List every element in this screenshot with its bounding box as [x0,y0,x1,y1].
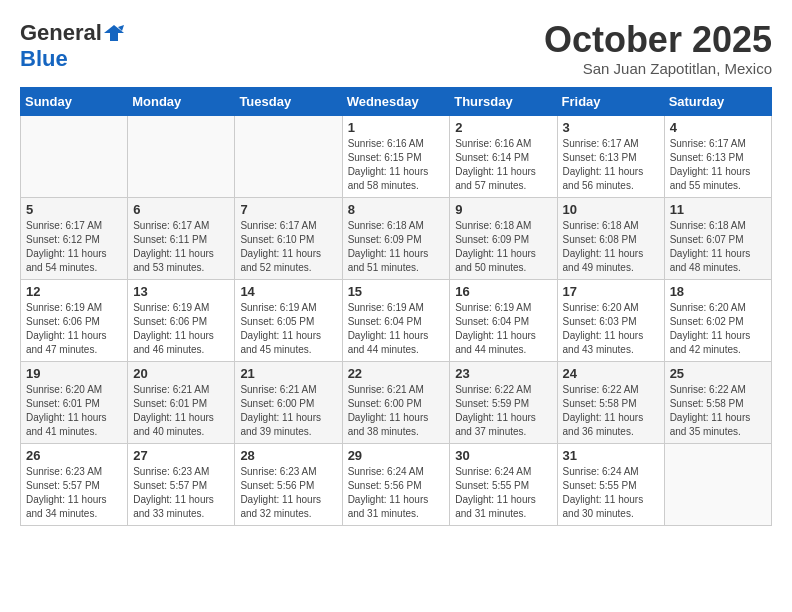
logo-bird-icon [104,23,124,43]
day-info: Sunrise: 6:20 AM Sunset: 6:03 PM Dayligh… [563,301,659,357]
day-number: 7 [240,202,336,217]
day-cell [664,443,771,525]
day-cell: 12Sunrise: 6:19 AM Sunset: 6:06 PM Dayli… [21,279,128,361]
day-info: Sunrise: 6:21 AM Sunset: 6:00 PM Dayligh… [240,383,336,439]
page-header: General Blue October 2025 San Juan Zapot… [20,20,772,77]
weekday-header-saturday: Saturday [664,87,771,115]
day-number: 6 [133,202,229,217]
day-info: Sunrise: 6:16 AM Sunset: 6:15 PM Dayligh… [348,137,445,193]
day-number: 23 [455,366,551,381]
day-number: 26 [26,448,122,463]
week-row-4: 19Sunrise: 6:20 AM Sunset: 6:01 PM Dayli… [21,361,772,443]
day-info: Sunrise: 6:19 AM Sunset: 6:06 PM Dayligh… [133,301,229,357]
day-number: 21 [240,366,336,381]
day-info: Sunrise: 6:24 AM Sunset: 5:56 PM Dayligh… [348,465,445,521]
day-info: Sunrise: 6:18 AM Sunset: 6:09 PM Dayligh… [348,219,445,275]
day-cell: 17Sunrise: 6:20 AM Sunset: 6:03 PM Dayli… [557,279,664,361]
day-cell: 10Sunrise: 6:18 AM Sunset: 6:08 PM Dayli… [557,197,664,279]
day-number: 10 [563,202,659,217]
day-cell: 24Sunrise: 6:22 AM Sunset: 5:58 PM Dayli… [557,361,664,443]
day-info: Sunrise: 6:19 AM Sunset: 6:04 PM Dayligh… [348,301,445,357]
day-cell: 3Sunrise: 6:17 AM Sunset: 6:13 PM Daylig… [557,115,664,197]
day-number: 25 [670,366,766,381]
day-cell: 18Sunrise: 6:20 AM Sunset: 6:02 PM Dayli… [664,279,771,361]
day-cell: 20Sunrise: 6:21 AM Sunset: 6:01 PM Dayli… [128,361,235,443]
day-number: 31 [563,448,659,463]
logo-blue-text: Blue [20,46,124,72]
title-area: October 2025 San Juan Zapotitlan, Mexico [544,20,772,77]
day-number: 12 [26,284,122,299]
day-cell: 1Sunrise: 6:16 AM Sunset: 6:15 PM Daylig… [342,115,450,197]
day-cell: 4Sunrise: 6:17 AM Sunset: 6:13 PM Daylig… [664,115,771,197]
day-info: Sunrise: 6:22 AM Sunset: 5:58 PM Dayligh… [670,383,766,439]
day-cell: 21Sunrise: 6:21 AM Sunset: 6:00 PM Dayli… [235,361,342,443]
weekday-header-row: SundayMondayTuesdayWednesdayThursdayFrid… [21,87,772,115]
weekday-header-tuesday: Tuesday [235,87,342,115]
day-cell: 6Sunrise: 6:17 AM Sunset: 6:11 PM Daylig… [128,197,235,279]
weekday-header-wednesday: Wednesday [342,87,450,115]
day-cell: 15Sunrise: 6:19 AM Sunset: 6:04 PM Dayli… [342,279,450,361]
day-info: Sunrise: 6:19 AM Sunset: 6:06 PM Dayligh… [26,301,122,357]
weekday-header-thursday: Thursday [450,87,557,115]
day-cell: 9Sunrise: 6:18 AM Sunset: 6:09 PM Daylig… [450,197,557,279]
calendar-table: SundayMondayTuesdayWednesdayThursdayFrid… [20,87,772,526]
day-info: Sunrise: 6:17 AM Sunset: 6:12 PM Dayligh… [26,219,122,275]
day-info: Sunrise: 6:22 AM Sunset: 5:58 PM Dayligh… [563,383,659,439]
day-cell: 30Sunrise: 6:24 AM Sunset: 5:55 PM Dayli… [450,443,557,525]
day-number: 8 [348,202,445,217]
day-info: Sunrise: 6:17 AM Sunset: 6:11 PM Dayligh… [133,219,229,275]
week-row-2: 5Sunrise: 6:17 AM Sunset: 6:12 PM Daylig… [21,197,772,279]
day-cell: 25Sunrise: 6:22 AM Sunset: 5:58 PM Dayli… [664,361,771,443]
day-cell: 29Sunrise: 6:24 AM Sunset: 5:56 PM Dayli… [342,443,450,525]
day-number: 16 [455,284,551,299]
day-info: Sunrise: 6:22 AM Sunset: 5:59 PM Dayligh… [455,383,551,439]
day-number: 19 [26,366,122,381]
day-info: Sunrise: 6:23 AM Sunset: 5:56 PM Dayligh… [240,465,336,521]
day-cell: 11Sunrise: 6:18 AM Sunset: 6:07 PM Dayli… [664,197,771,279]
day-info: Sunrise: 6:17 AM Sunset: 6:10 PM Dayligh… [240,219,336,275]
day-info: Sunrise: 6:18 AM Sunset: 6:07 PM Dayligh… [670,219,766,275]
day-cell: 31Sunrise: 6:24 AM Sunset: 5:55 PM Dayli… [557,443,664,525]
day-number: 28 [240,448,336,463]
day-number: 29 [348,448,445,463]
day-cell: 27Sunrise: 6:23 AM Sunset: 5:57 PM Dayli… [128,443,235,525]
day-number: 4 [670,120,766,135]
day-number: 17 [563,284,659,299]
day-cell: 28Sunrise: 6:23 AM Sunset: 5:56 PM Dayli… [235,443,342,525]
day-cell [21,115,128,197]
day-cell: 19Sunrise: 6:20 AM Sunset: 6:01 PM Dayli… [21,361,128,443]
day-number: 2 [455,120,551,135]
day-info: Sunrise: 6:21 AM Sunset: 6:00 PM Dayligh… [348,383,445,439]
day-cell: 8Sunrise: 6:18 AM Sunset: 6:09 PM Daylig… [342,197,450,279]
day-info: Sunrise: 6:20 AM Sunset: 6:02 PM Dayligh… [670,301,766,357]
day-number: 14 [240,284,336,299]
day-cell: 16Sunrise: 6:19 AM Sunset: 6:04 PM Dayli… [450,279,557,361]
day-cell: 23Sunrise: 6:22 AM Sunset: 5:59 PM Dayli… [450,361,557,443]
weekday-header-monday: Monday [128,87,235,115]
day-number: 22 [348,366,445,381]
day-info: Sunrise: 6:20 AM Sunset: 6:01 PM Dayligh… [26,383,122,439]
day-cell: 22Sunrise: 6:21 AM Sunset: 6:00 PM Dayli… [342,361,450,443]
day-number: 3 [563,120,659,135]
day-info: Sunrise: 6:23 AM Sunset: 5:57 PM Dayligh… [26,465,122,521]
location-text: San Juan Zapotitlan, Mexico [544,60,772,77]
day-cell: 26Sunrise: 6:23 AM Sunset: 5:57 PM Dayli… [21,443,128,525]
logo: General Blue [20,20,124,73]
day-cell: 2Sunrise: 6:16 AM Sunset: 6:14 PM Daylig… [450,115,557,197]
day-number: 15 [348,284,445,299]
day-info: Sunrise: 6:17 AM Sunset: 6:13 PM Dayligh… [670,137,766,193]
day-number: 11 [670,202,766,217]
day-cell: 7Sunrise: 6:17 AM Sunset: 6:10 PM Daylig… [235,197,342,279]
day-number: 13 [133,284,229,299]
day-info: Sunrise: 6:19 AM Sunset: 6:04 PM Dayligh… [455,301,551,357]
day-info: Sunrise: 6:23 AM Sunset: 5:57 PM Dayligh… [133,465,229,521]
day-number: 30 [455,448,551,463]
day-info: Sunrise: 6:18 AM Sunset: 6:09 PM Dayligh… [455,219,551,275]
day-number: 24 [563,366,659,381]
day-info: Sunrise: 6:19 AM Sunset: 6:05 PM Dayligh… [240,301,336,357]
day-number: 20 [133,366,229,381]
day-cell: 5Sunrise: 6:17 AM Sunset: 6:12 PM Daylig… [21,197,128,279]
day-cell [128,115,235,197]
week-row-3: 12Sunrise: 6:19 AM Sunset: 6:06 PM Dayli… [21,279,772,361]
day-cell [235,115,342,197]
